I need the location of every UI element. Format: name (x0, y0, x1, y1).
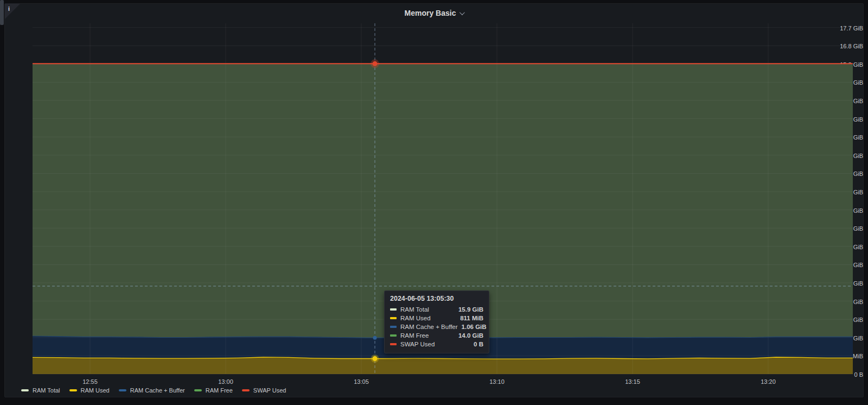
legend-label: RAM Cache + Buffer (130, 387, 185, 394)
x-axis-label: 13:05 (354, 378, 369, 385)
x-axis-label: 13:00 (218, 378, 233, 385)
hover-point-swap-used (373, 61, 378, 66)
legend-item-ram-cache-buffer[interactable]: RAM Cache + Buffer (119, 387, 185, 394)
x-axis-label: 13:15 (625, 378, 640, 385)
x-axis-label: 13:10 (489, 378, 505, 385)
tooltip-series-swatch (390, 317, 397, 319)
tooltip-series-swatch (390, 308, 397, 311)
tooltip-row: RAM Free14.0 GiB (390, 331, 483, 340)
chevron-down-icon[interactable] (459, 10, 465, 15)
tooltip-series-swatch (390, 343, 397, 345)
tooltip-series-value: 1.06 GiB (462, 324, 487, 330)
tooltip-row: RAM Used811 MiB (390, 314, 483, 322)
tooltip: 2024-06-05 13:05:30 RAM Total15.9 GiBRAM… (384, 290, 489, 353)
x-axis-label: 12:55 (82, 378, 98, 385)
memory-basic-panel: i Memory Basic 0 B954 MiB1.86 GiB2.79 Gi… (4, 3, 864, 397)
legend-label: RAM Total (33, 387, 60, 394)
tooltip-series-label: RAM Used (400, 315, 456, 321)
ram-used-area (33, 357, 853, 374)
x-axis-label: 13:20 (761, 378, 776, 385)
legend-item-ram-free[interactable]: RAM Free (194, 387, 233, 394)
legend-item-ram-total[interactable]: RAM Total (21, 387, 60, 394)
legend: RAM TotalRAM UsedRAM Cache + BufferRAM F… (21, 386, 286, 395)
tooltip-series-value: 0 B (474, 341, 483, 347)
page: i Memory Basic 0 B954 MiB1.86 GiB2.79 Gi… (0, 0, 868, 405)
legend-item-ram-used[interactable]: RAM Used (69, 387, 110, 394)
tooltip-series-value: 15.9 GiB (458, 306, 483, 313)
tooltip-series-swatch (390, 334, 397, 337)
legend-swatch (242, 389, 250, 391)
tooltip-series-value: 811 MiB (460, 315, 483, 321)
panel-header[interactable]: Memory Basic (5, 4, 863, 22)
tooltip-timestamp: 2024-06-05 13:05:30 (390, 295, 483, 302)
legend-swatch (119, 389, 126, 391)
legend-swatch (69, 389, 77, 391)
legend-label: SWAP Used (253, 387, 286, 394)
tooltip-series-value: 14.0 GiB (458, 332, 483, 339)
tooltip-series-label: RAM Cache + Buffer (400, 324, 458, 330)
legend-label: RAM Free (206, 387, 233, 394)
legend-item-swap-used[interactable]: SWAP Used (242, 387, 286, 394)
tooltip-row: SWAP Used0 B (390, 340, 483, 349)
tooltip-series-swatch (390, 326, 397, 328)
tooltip-row: RAM Total15.9 GiB (390, 305, 483, 314)
legend-label: RAM Used (81, 387, 110, 394)
hover-point-ram-cache-buffer (373, 336, 377, 340)
hover-point-ram-used (373, 356, 378, 361)
tooltip-series-label: RAM Total (400, 306, 455, 313)
panel-title[interactable]: Memory Basic (405, 9, 456, 17)
legend-swatch (21, 389, 29, 391)
tooltip-rows: RAM Total15.9 GiBRAM Used811 MiBRAM Cach… (390, 305, 483, 349)
legend-swatch (194, 389, 202, 391)
left-scrollbar-thumb[interactable] (0, 0, 4, 25)
tooltip-row: RAM Cache + Buffer1.06 GiB (390, 322, 483, 331)
tooltip-series-label: RAM Free (400, 332, 455, 339)
tooltip-series-label: SWAP Used (400, 341, 470, 347)
